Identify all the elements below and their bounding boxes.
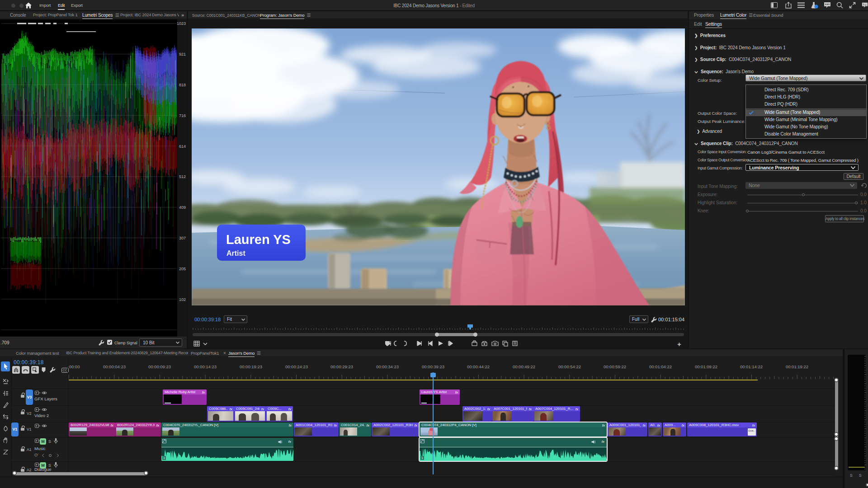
svg-text:00:00:49:22: 00:00:49:22: [513, 364, 535, 369]
svg-text:00:00:04:23: 00:00:04:23: [103, 364, 126, 369]
svg-text:00:01:19:22: 00:01:19:22: [786, 364, 808, 369]
svg-text:Lauren YS: Lauren YS: [226, 232, 291, 247]
svg-text:00:00:19:23: 00:00:19:23: [240, 364, 262, 369]
svg-text:00:00:34:23: 00:00:34:23: [376, 364, 399, 369]
svg-text:00:00:09:23: 00:00:09:23: [148, 364, 171, 369]
svg-text:CC: CC: [63, 369, 67, 372]
svg-text:00:00:44:22: 00:00:44:22: [467, 364, 490, 369]
svg-text:00:00:59:22: 00:00:59:22: [604, 364, 626, 369]
svg-text:00:01:04:22: 00:01:04:22: [649, 364, 672, 369]
svg-text:00:00:54:22: 00:00:54:22: [558, 364, 581, 369]
svg-text::00:00: :00:00: [68, 364, 80, 369]
svg-text:00:00:39:23: 00:00:39:23: [422, 364, 444, 369]
svg-text:Artist: Artist: [226, 249, 245, 257]
svg-text:00:01:09:22: 00:01:09:22: [695, 364, 717, 369]
svg-text:00:00:24:23: 00:00:24:23: [285, 364, 308, 369]
svg-text:00:00:14:23: 00:00:14:23: [194, 364, 217, 369]
svg-text:00:00:29:23: 00:00:29:23: [330, 364, 353, 369]
svg-text:00:01:14:22: 00:01:14:22: [740, 364, 763, 369]
